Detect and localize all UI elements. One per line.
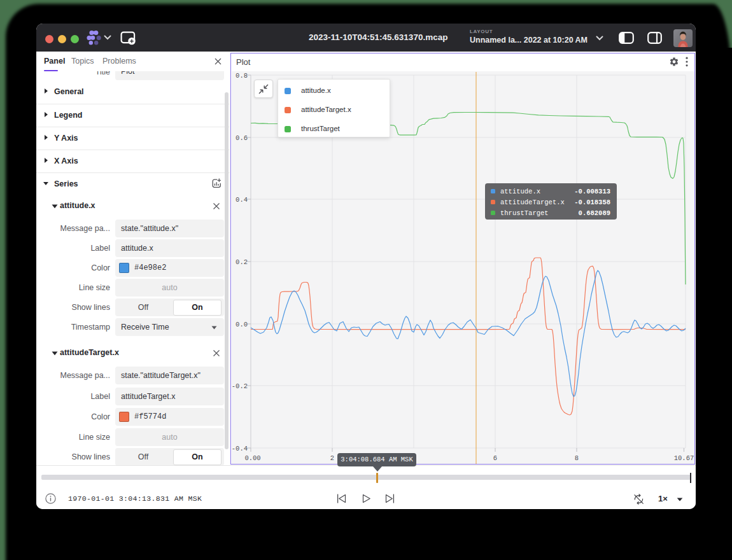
svg-text:-0.2: -0.2	[232, 382, 248, 390]
svg-text:0.4: 0.4	[236, 196, 248, 204]
svg-text:0.2: 0.2	[236, 258, 248, 266]
svg-text:8: 8	[575, 454, 579, 462]
svg-text:0.00: 0.00	[244, 454, 260, 462]
svg-text:6: 6	[493, 454, 497, 462]
svg-text:2: 2	[330, 454, 334, 462]
svg-text:0.8: 0.8	[236, 72, 248, 80]
svg-text:10.67: 10.67	[674, 454, 694, 462]
svg-text:0.6: 0.6	[236, 134, 248, 142]
svg-text:0.0: 0.0	[236, 321, 248, 328]
svg-text:-0.4: -0.4	[232, 445, 248, 452]
